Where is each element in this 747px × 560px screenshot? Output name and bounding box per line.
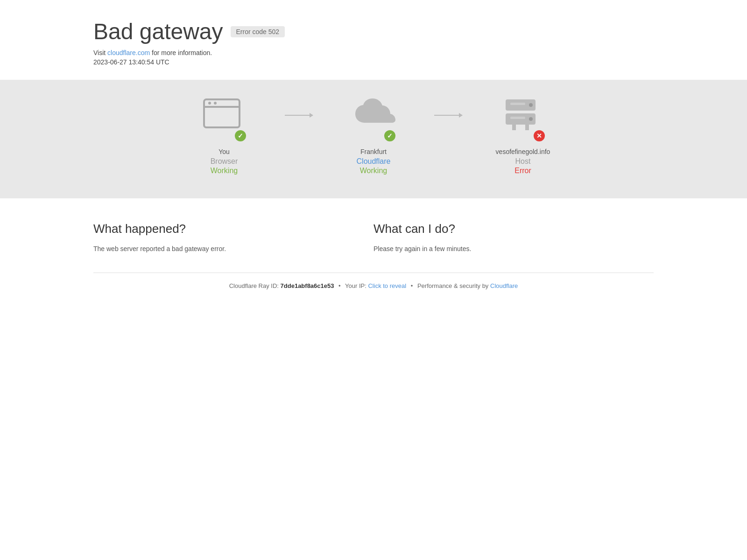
- svg-point-6: [529, 103, 533, 107]
- content-section: What happened? The web server reported a…: [0, 198, 747, 308]
- browser-ok-circle: ✓: [234, 129, 247, 142]
- server-icon-wrap: ✕: [502, 98, 544, 140]
- cloud-ok-circle: ✓: [383, 129, 396, 142]
- divider: [93, 273, 654, 273]
- ray-id-label: Cloudflare Ray ID:: [229, 282, 279, 289]
- node-frankfurt-name: Frankfurt: [360, 148, 387, 155]
- click-to-reveal-link[interactable]: Click to reveal: [368, 282, 406, 289]
- cloud-icon: [352, 98, 399, 131]
- node-frankfurt-label: Cloudflare: [357, 157, 391, 166]
- cloud-status-badge: ✓: [383, 129, 396, 142]
- visit-text: Visit: [93, 49, 106, 56]
- what-happened-col: What happened? The web server reported a…: [93, 222, 374, 254]
- title-row: Bad gateway Error code 502: [93, 19, 747, 44]
- svg-rect-10: [512, 125, 516, 130]
- timestamp: 2023-06-27 13:40:54 UTC: [93, 58, 747, 66]
- error-code-badge: Error code 502: [231, 26, 285, 37]
- server-error-circle: ✕: [533, 129, 546, 142]
- node-host-label: Host: [515, 157, 531, 166]
- dot-2: •: [411, 282, 413, 289]
- your-ip-label: Your IP:: [345, 282, 366, 289]
- node-you-status: Working: [211, 167, 238, 175]
- dot-1: •: [338, 282, 341, 289]
- server-icon: [502, 98, 539, 131]
- visit-line: Visit cloudflare.com for more informatio…: [93, 49, 747, 56]
- top-section: Bad gateway Error code 502 Visit cloudfl…: [0, 0, 747, 80]
- node-host-status: Error: [514, 167, 531, 175]
- arrow-1: [285, 98, 313, 116]
- browser-icon-wrap: ✓: [203, 98, 245, 140]
- what-happened-body: The web server reported a bad gateway er…: [93, 244, 355, 254]
- node-you-label: Browser: [211, 157, 238, 166]
- svg-point-3: [214, 102, 217, 105]
- perf-label: Performance & security by: [417, 282, 488, 289]
- node-host: ✕ vesofefinegold.info Host Error: [462, 98, 584, 175]
- diagram-row: ✓ You Browser Working ✓ Frankfurt C: [0, 98, 747, 175]
- browser-status-badge: ✓: [234, 129, 247, 142]
- page-title: Bad gateway: [93, 19, 223, 44]
- svg-rect-9: [510, 117, 525, 119]
- diagram-section: ✓ You Browser Working ✓ Frankfurt C: [0, 80, 747, 198]
- arrow-2: [434, 98, 462, 116]
- node-frankfurt: ✓ Frankfurt Cloudflare Working: [313, 98, 434, 175]
- node-you-name: You: [218, 148, 230, 155]
- svg-rect-11: [525, 125, 529, 130]
- node-frankfurt-status: Working: [360, 167, 387, 175]
- cloudflare-footer-link[interactable]: Cloudflare: [490, 282, 518, 289]
- svg-rect-8: [510, 103, 525, 105]
- for-more-info: for more information.: [152, 49, 212, 56]
- what-can-i-do-heading: What can I do?: [374, 222, 635, 236]
- ray-id-value: 7dde1abf8a6c1e53: [281, 282, 334, 289]
- node-host-name: vesofefinegold.info: [496, 148, 550, 155]
- server-status-badge: ✕: [533, 129, 546, 142]
- two-col-layout: What happened? The web server reported a…: [93, 222, 654, 254]
- what-can-i-do-body: Please try again in a few minutes.: [374, 244, 635, 254]
- svg-point-7: [529, 117, 533, 121]
- node-you: ✓ You Browser Working: [163, 98, 285, 175]
- cloud-icon-wrap: ✓: [352, 98, 395, 140]
- browser-icon: [203, 98, 240, 131]
- footer-info: Cloudflare Ray ID: 7dde1abf8a6c1e53 • Yo…: [93, 282, 654, 289]
- cloudflare-link[interactable]: cloudflare.com: [107, 49, 150, 56]
- what-can-i-do-col: What can I do? Please try again in a few…: [374, 222, 654, 254]
- what-happened-heading: What happened?: [93, 222, 355, 236]
- svg-point-2: [208, 102, 211, 105]
